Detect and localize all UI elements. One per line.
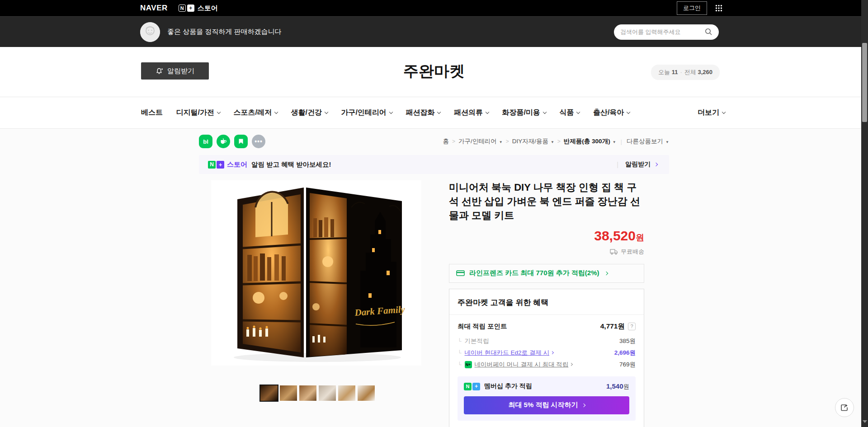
chevron-down-icon	[274, 110, 278, 113]
benefit-row-npay: └ N+ 네이버페이 머니 결제 시 최대 적립 769원	[458, 359, 636, 371]
scrollbar[interactable]	[861, 0, 868, 427]
nav-item-living[interactable]: 생활/건강	[291, 108, 327, 117]
npay-badge-icon: N+	[465, 361, 472, 368]
caret-down-icon: ▼	[665, 140, 669, 144]
share-icon	[840, 403, 849, 412]
nplus-notice-banner[interactable]: N + 스토어 알림 받고 혜택 받아보세요! | 알림받기	[199, 155, 669, 174]
notice-message: 알림 받고 혜택 받아보세요!	[251, 160, 331, 169]
nav-item-food[interactable]: 식품	[559, 108, 580, 117]
notice-store-label: 스토어	[227, 160, 247, 169]
elbow-icon: └	[458, 335, 462, 347]
nav-item-fashion[interactable]: 패션의류	[454, 108, 489, 117]
chevron-down-icon	[576, 110, 580, 113]
notice-notify-link[interactable]: | 알림받기	[617, 160, 660, 169]
bookmark-icon[interactable]	[234, 135, 248, 148]
store-notify-button[interactable]: 알림받기	[141, 62, 209, 80]
social-links: bl •••	[199, 135, 265, 148]
benefits-box: 주완마켓 고객을 위한 혜택 최대 적립 포인트 4,771원 ? └ 기본적립…	[449, 289, 644, 427]
chevron-down-icon	[437, 110, 441, 113]
search-input[interactable]	[620, 28, 705, 35]
nplus-store-logo[interactable]: N + 스토어	[179, 4, 218, 13]
product-main-image[interactable]: Dark Family	[211, 180, 421, 366]
nav-item-best[interactable]: 베스트	[141, 108, 163, 117]
caret-down-icon: ▼	[613, 140, 616, 144]
more-icon[interactable]: •••	[252, 135, 265, 148]
chevron-down-icon	[389, 110, 393, 113]
plus-logo-icon: +	[217, 161, 224, 169]
max-point-label: 최대 적립 포인트	[458, 322, 507, 331]
membership-value: 1,540원	[606, 382, 629, 391]
max-point-value: 4,771원	[600, 322, 625, 331]
truck-icon	[610, 249, 618, 255]
store-name: 주완마켓	[0, 47, 868, 82]
chevron-down-icon	[486, 110, 489, 113]
thumbnail-4[interactable]	[319, 385, 336, 401]
store-logo-label: 스토어	[198, 4, 218, 13]
credit-card-icon	[456, 270, 465, 277]
breadcrumb-home[interactable]: 홈	[443, 137, 449, 145]
thumbnail-strip	[260, 385, 447, 401]
seller-bar: 좋은 상품을 정직하게 판매하겠습니다	[0, 16, 868, 47]
npay-link[interactable]: 네이버페이 머니 결제 시 최대 적립	[475, 359, 569, 371]
plus-logo-icon: +	[187, 5, 194, 12]
caret-down-icon: ▼	[551, 140, 554, 144]
thumbnail-6[interactable]	[358, 385, 375, 401]
breadcrumb: 홈 > 가구/인테리어▼ > DIY자재/용품▼ > 반제품(총 300개)▼ …	[443, 137, 669, 145]
benefit-row-hyundai-card: └ 네이버 현대카드 Ed2로 결제 시 2,696원	[458, 347, 636, 359]
chevron-down-icon	[543, 110, 547, 113]
visitor-stats-badge: 오늘 11·전체 3,260	[651, 65, 720, 80]
benefit-row-basic: └ 기본적립 385원	[458, 335, 636, 347]
breadcrumb-furniture[interactable]: 가구/인테리어▼	[458, 137, 503, 145]
nav-item-beauty[interactable]: 화장품/미용	[502, 108, 546, 117]
thumbnail-1[interactable]	[260, 385, 278, 401]
nav-item-sports[interactable]: 스포츠/레저	[233, 108, 277, 117]
store-header: 알림받기 주완마켓 오늘 11·전체 3,260	[0, 47, 868, 97]
login-button[interactable]: 로그인	[677, 1, 707, 15]
thumbnail-3[interactable]	[299, 385, 316, 401]
top-bar: NAVER N + 스토어 로그인	[0, 0, 868, 16]
scrollbar-thumb[interactable]	[862, 43, 867, 122]
search-icon[interactable]	[705, 28, 712, 36]
thumbnail-5[interactable]	[338, 385, 355, 401]
chevron-right-icon	[551, 351, 554, 354]
blog-icon[interactable]: bl	[199, 135, 212, 148]
hyundai-card-link[interactable]: 네이버 현대카드 Ed2로 결제 시	[465, 347, 550, 359]
membership-n-icon: N	[464, 383, 472, 390]
nav-item-furniture[interactable]: 가구/인테리어	[341, 108, 392, 117]
product-price: 38,520	[594, 228, 636, 243]
nav-item-baby[interactable]: 출산/육아	[593, 108, 630, 117]
category-nav: 베스트 디지털/가전 스포츠/레저 생활/건강 가구/인테리어 패션잡화 패션의…	[0, 97, 868, 129]
help-icon[interactable]: ?	[628, 323, 636, 330]
cafe-icon[interactable]	[217, 135, 230, 148]
chevron-down-icon	[325, 110, 328, 113]
elbow-icon: └	[458, 359, 462, 371]
share-button[interactable]	[835, 398, 854, 417]
n-logo-icon: N	[208, 161, 216, 169]
store-search-box[interactable]	[614, 24, 719, 40]
nav-item-digital[interactable]: 디지털/가전	[176, 108, 220, 117]
benefits-title: 주완마켓 고객을 위한 혜택	[449, 289, 644, 315]
page-body: bl ••• 홈 > 가구/인테리어▼ > DIY자재/용품▼ > 반제품(총 …	[0, 129, 868, 427]
price-row: 38,520원	[449, 228, 644, 244]
membership-label: 멤버십 추가 적립	[484, 382, 532, 390]
scrollbar-down-arrow[interactable]	[861, 418, 868, 425]
apps-grid-icon[interactable]	[715, 5, 722, 12]
bell-plus-icon	[156, 67, 163, 75]
nav-item-more[interactable]: 더보기	[698, 108, 725, 117]
membership-box: N + 멤버십 추가 적립 1,540원 최대 5% 적립 시작하기	[458, 376, 636, 421]
n-logo-icon: N	[179, 5, 186, 12]
chevron-right-icon	[581, 403, 585, 407]
naver-logo[interactable]: NAVER	[140, 4, 168, 13]
product-title: 미니어처 북눅 DIY 나무 책장 인형 집 책 구석 선반 삽입 가벼운 북 …	[449, 180, 644, 223]
nav-item-fashion-acc[interactable]: 패션잡화	[406, 108, 440, 117]
chevron-right-icon	[604, 271, 608, 275]
other-products-dropdown[interactable]: 다른상품보기▼	[627, 137, 669, 145]
seller-avatar[interactable]	[140, 22, 160, 42]
card-promo-banner[interactable]: 라인프렌즈 카드 최대 770원 추가 적립(2%)	[449, 264, 644, 283]
membership-cta-button[interactable]: 최대 5% 적립 시작하기	[464, 396, 629, 414]
breadcrumb-current[interactable]: 반제품(총 300개)▼	[564, 137, 616, 145]
chevron-down-icon	[627, 110, 630, 113]
caret-down-icon: ▼	[499, 140, 503, 144]
thumbnail-2[interactable]	[280, 385, 297, 401]
breadcrumb-diy[interactable]: DIY자재/용품▼	[512, 137, 554, 145]
